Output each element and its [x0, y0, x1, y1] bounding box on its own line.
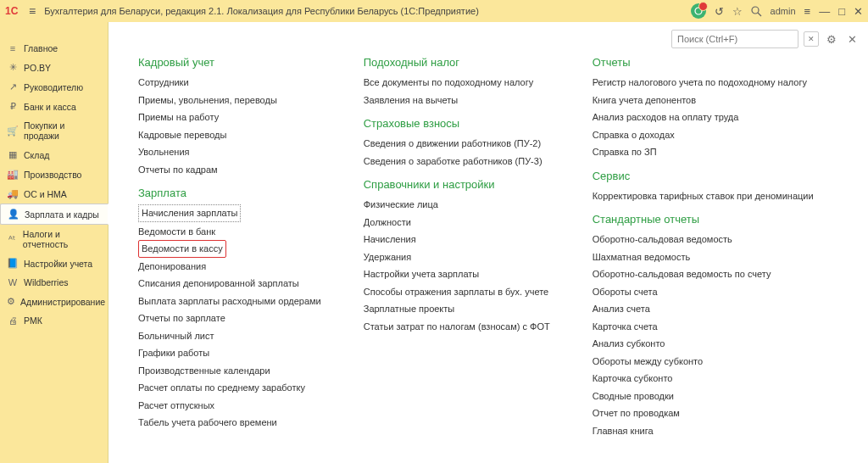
menu-link[interactable]: Главная книга — [593, 422, 814, 440]
section-title[interactable]: Подоходный налог — [364, 56, 550, 69]
section-title[interactable]: Страховые взносы — [364, 117, 550, 130]
sidebar-label: РМК — [24, 315, 42, 326]
menu-link[interactable]: Карточка субконто — [593, 370, 814, 388]
section-title[interactable]: Кадровый учет — [138, 56, 321, 69]
menu-link[interactable]: Ведомости в банк — [138, 223, 321, 241]
section-title[interactable]: Зарплата — [138, 187, 321, 199]
sidebar-label: Производство — [24, 170, 81, 180]
sidebar-icon: ▦ — [7, 149, 19, 160]
main-panel: ✕ ⚙ ✕ Кадровый учетСотрудникиПриемы, уво… — [108, 22, 868, 463]
sidebar-item-8[interactable]: 👤Зарплата и кадры — [0, 204, 108, 225]
notifications-icon[interactable] — [691, 3, 706, 19]
titlebar: 1C ≡ Бухгалтерия для Беларуси, редакция … — [0, 0, 868, 22]
maximize-icon[interactable]: □ — [838, 5, 845, 18]
menu-link[interactable]: Ведомости в кассу — [138, 240, 226, 258]
sidebar-label: Администрирование — [20, 297, 105, 307]
menu-link[interactable]: Статьи затрат по налогам (взносам) с ФОТ — [364, 318, 550, 336]
history-icon[interactable]: ↺ — [715, 5, 724, 18]
menu-link[interactable]: Списания депонированной зарплаты — [138, 275, 321, 293]
menu-link[interactable]: Обороты между субконто — [593, 353, 814, 371]
sidebar-item-13[interactable]: 🖨РМК — [0, 311, 108, 330]
menu-link[interactable]: Книга учета депонентов — [593, 92, 814, 109]
menu-link[interactable]: Карточка счета — [593, 318, 814, 336]
search-input[interactable] — [671, 30, 798, 48]
menu-link[interactable]: Приемы на работу — [138, 109, 321, 126]
section-title[interactable]: Сервис — [593, 170, 814, 182]
menu-link[interactable]: Отчеты по зарплате — [138, 310, 321, 327]
sidebar-item-10[interactable]: 📘Настройки учета — [0, 254, 108, 273]
menu-link[interactable]: Производственные календари — [138, 362, 321, 380]
menu-link[interactable]: Все документы по подоходному налогу — [364, 74, 550, 92]
menu-link[interactable]: Табель учета рабочего времени — [138, 414, 321, 432]
sidebar-item-0[interactable]: ≡Главное — [0, 39, 108, 58]
menu-link[interactable]: Выплата зарплаты расходными ордерами — [138, 293, 321, 310]
section-title[interactable]: Справочники и настройки — [364, 178, 550, 191]
main-menu-icon[interactable]: ≡ — [25, 3, 39, 20]
menu-link[interactable]: Графики работы — [138, 344, 321, 362]
sidebar-item-5[interactable]: ▦Склад — [0, 145, 108, 165]
menu-link[interactable]: Зарплатные проекты — [364, 300, 550, 318]
menu-link[interactable]: Должности — [364, 214, 550, 232]
menu-link[interactable]: Сведения о движении работников (ПУ-2) — [364, 135, 550, 153]
sidebar-label: PO.BY — [24, 63, 51, 73]
menu-link[interactable]: Справка о доходах — [593, 126, 814, 144]
menu-link[interactable]: Отчеты по кадрам — [138, 161, 321, 179]
app-logo: 1C — [5, 5, 20, 17]
favorites-icon[interactable]: ☆ — [732, 5, 743, 18]
menu-link[interactable]: Удержания — [364, 248, 550, 266]
global-search-icon[interactable] — [751, 6, 762, 17]
sidebar-item-1[interactable]: ✳PO.BY — [0, 58, 108, 77]
menu-link[interactable]: Депонирования — [138, 258, 321, 276]
menu-link[interactable]: Начисления зарплаты — [138, 204, 241, 222]
menu-link[interactable]: Способы отражения зарплаты в бух. учете — [364, 283, 550, 301]
menu-link[interactable]: Отчет по проводкам — [593, 404, 814, 422]
menu-link[interactable]: Корректировка тарифных ставок при деноми… — [593, 187, 814, 205]
settings-gear-icon[interactable]: ⚙ — [824, 31, 839, 47]
column-0: Кадровый учетСотрудникиПриемы, увольнени… — [138, 56, 321, 446]
menu-link[interactable]: Анализ субконто — [593, 335, 814, 353]
close-panel-icon[interactable]: ✕ — [844, 31, 860, 47]
section-title[interactable]: Отчеты — [593, 56, 814, 69]
sidebar-item-9[interactable]: ᴬᵗНалоги и отчетность — [0, 225, 108, 254]
section: СервисКорректировка тарифных ставок при … — [593, 170, 814, 205]
menu-link[interactable]: Начисления — [364, 231, 550, 248]
sidebar-icon: 🚚 — [7, 188, 19, 199]
section-title[interactable]: Стандартные отчеты — [593, 213, 814, 226]
minimize-icon[interactable]: — — [819, 5, 830, 18]
menu-link[interactable]: Заявления на вычеты — [364, 92, 550, 109]
close-window-icon[interactable]: ✕ — [854, 5, 863, 18]
sidebar-item-2[interactable]: ↗Руководителю — [0, 77, 108, 97]
menu-link[interactable]: Анализ расходов на оплату труда — [593, 109, 814, 126]
menu-link[interactable]: Сводные проводки — [593, 388, 814, 405]
section: ОтчетыРегистр налогового учета по подохо… — [593, 56, 814, 161]
menu-link[interactable]: Приемы, увольнения, переводы — [138, 92, 321, 109]
sidebar-item-6[interactable]: 🏭Производство — [0, 165, 108, 184]
sidebar: ≡Главное✳PO.BY↗Руководителю₽Банк и касса… — [0, 22, 108, 463]
menu-link[interactable]: Больничный лист — [138, 327, 321, 345]
user-label[interactable]: admin — [771, 6, 796, 16]
menu-link[interactable]: Регистр налогового учета по подоходному … — [593, 74, 814, 92]
menu-link[interactable]: Сотрудники — [138, 74, 321, 92]
sidebar-item-12[interactable]: ⚙Администрирование — [0, 292, 108, 311]
panel-toolbar: ✕ ⚙ ✕ — [108, 22, 868, 56]
sidebar-item-3[interactable]: ₽Банк и касса — [0, 97, 108, 116]
menu-link[interactable]: Шахматная ведомость — [593, 248, 814, 266]
sidebar-item-11[interactable]: WWildberries — [0, 273, 108, 292]
menu-link[interactable]: Расчет отпускных — [138, 397, 321, 415]
menu-link[interactable]: Физические лица — [364, 196, 550, 214]
menu-link[interactable]: Анализ счета — [593, 300, 814, 318]
menu-link[interactable]: Кадровые переводы — [138, 126, 321, 144]
clear-search-icon[interactable]: ✕ — [804, 31, 819, 47]
sidebar-item-7[interactable]: 🚚ОС и НМА — [0, 184, 108, 204]
menu-link[interactable]: Оборотно-сальдовая ведомость по счету — [593, 265, 814, 283]
menu-link[interactable]: Обороты счета — [593, 283, 814, 301]
menu-link[interactable]: Настройки учета зарплаты — [364, 265, 550, 283]
menu-link[interactable]: Оборотно-сальдовая ведомость — [593, 231, 814, 248]
menu-link[interactable]: Сведения о заработке работников (ПУ-3) — [364, 153, 550, 170]
menu-link[interactable]: Увольнения — [138, 143, 321, 161]
sidebar-item-4[interactable]: 🛒Покупки и продажи — [0, 116, 108, 145]
section: Стандартные отчетыОборотно-сальдовая вед… — [593, 213, 814, 439]
settings-bars-icon[interactable]: ≡ — [804, 5, 811, 18]
menu-link[interactable]: Расчет оплаты по среднему заработку — [138, 379, 321, 397]
menu-link[interactable]: Справка по ЗП — [593, 143, 814, 161]
